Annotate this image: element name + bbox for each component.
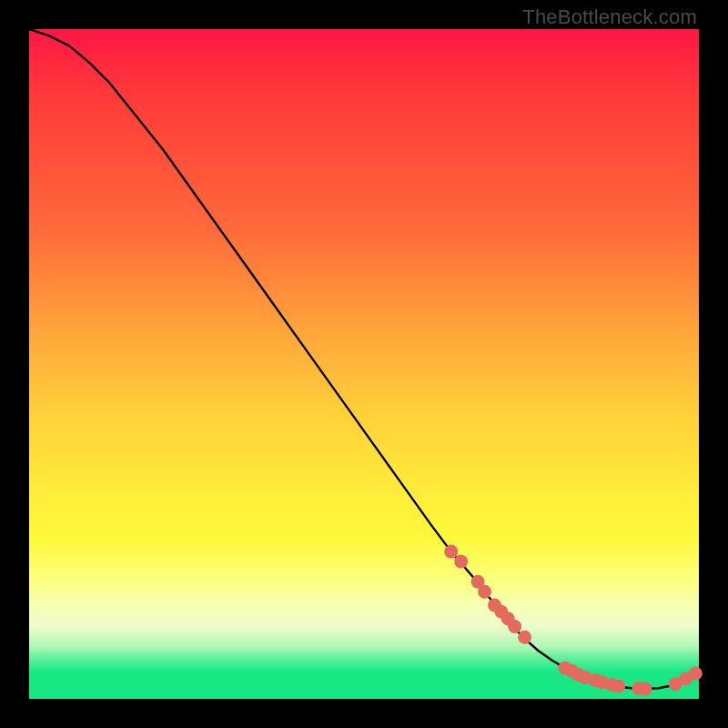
chart-frame: TheBottleneck.com	[0, 0, 728, 728]
watermark-text: TheBottleneck.com	[522, 5, 697, 29]
plot-area	[29, 29, 699, 699]
data-point	[518, 631, 531, 644]
data-markers	[444, 545, 703, 696]
chart-svg	[29, 29, 699, 699]
data-point	[508, 620, 521, 633]
main-curve	[29, 29, 699, 689]
data-point	[612, 680, 625, 693]
data-point	[454, 555, 468, 569]
data-point	[639, 682, 652, 696]
data-point	[444, 545, 458, 559]
data-point	[689, 667, 703, 681]
data-point	[478, 585, 491, 599]
